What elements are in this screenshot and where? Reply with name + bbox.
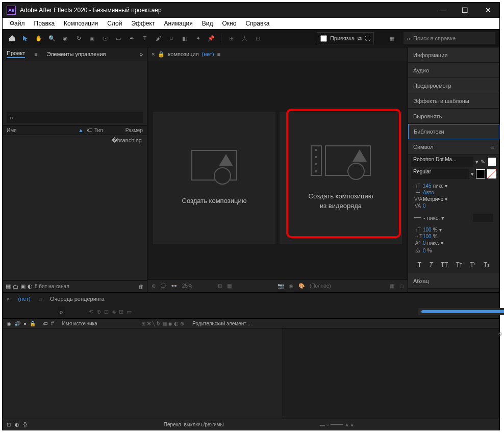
lock-icon[interactable]: 🔒 (30, 321, 36, 326)
hand-tool-icon[interactable]: ✋ (33, 33, 44, 44)
tag-icon[interactable]: 🏷 (87, 127, 92, 133)
label-icon[interactable]: 🏷 (43, 321, 48, 326)
rotate-tool-icon[interactable]: ↻ (73, 33, 84, 44)
lock-icon[interactable]: 🔒 (158, 51, 165, 58)
trash-icon[interactable]: 🗑 (138, 284, 144, 290)
project-list-empty[interactable] (3, 146, 147, 280)
menu-animation[interactable]: Анимация (160, 19, 196, 28)
bit-depth[interactable]: 8 бит на канал (35, 284, 69, 289)
tl-tool-icon[interactable]: ⊕ (96, 309, 101, 315)
timeline-layer-list[interactable] (3, 328, 283, 419)
font-size-value[interactable]: 145 (423, 183, 432, 189)
menu-help[interactable]: Справка (241, 19, 273, 28)
close-button[interactable]: ✕ (476, 3, 499, 18)
panel-effects[interactable]: Эффекты и шаблоны (408, 93, 499, 109)
menu-layer[interactable]: Слой (103, 19, 126, 28)
superscript[interactable]: T¹ (470, 261, 476, 268)
index-header[interactable]: # (51, 321, 54, 326)
axis-y-icon[interactable]: 人 (239, 33, 250, 44)
create-composition-card[interactable]: Создать композицию (153, 112, 275, 244)
close-tab-icon[interactable]: × (152, 51, 155, 57)
comp-tab-menu-icon[interactable]: ≡ (217, 51, 220, 57)
eye-icon[interactable]: ◉ (7, 321, 11, 326)
fill-color-swatch[interactable] (487, 157, 496, 166)
all-caps[interactable]: TT (441, 261, 448, 268)
switches-modes-toggle[interactable]: Перекл. выключ./режимы (164, 422, 224, 427)
pan-behind-tool-icon[interactable]: ⊡ (99, 33, 111, 44)
subscript[interactable]: T₁ (484, 261, 490, 268)
channel-icon[interactable]: ◉ (289, 283, 293, 289)
stroke-style-dropdown[interactable] (473, 214, 493, 222)
panel-align[interactable]: Выровнять (408, 109, 499, 124)
flowchart-icon[interactable]: �branching (3, 135, 147, 146)
hscale-value[interactable]: 100 (423, 234, 432, 239)
panel-paragraph[interactable]: Абзац (408, 273, 499, 289)
menu-effect[interactable]: Эффект (127, 19, 159, 28)
menu-edit[interactable]: Правка (30, 19, 59, 28)
minimize-button[interactable]: — (431, 3, 453, 18)
timeline-tab-none[interactable]: (нет) (18, 296, 30, 302)
snapshot-icon[interactable]: 📷 (278, 283, 284, 289)
audio-icon[interactable]: 🔊 (14, 321, 20, 326)
col-source-name[interactable]: Имя источника (62, 321, 97, 326)
chevron-down-icon[interactable]: ▾ (475, 159, 478, 165)
help-search[interactable]: ⌕ Поиск в справке (404, 32, 495, 44)
tl-tool-icon[interactable]: ▭ (127, 309, 132, 315)
chevron-down-icon[interactable]: ▾ (471, 171, 474, 177)
new-comp-icon[interactable]: ▣ (20, 283, 26, 290)
tl-tool-icon[interactable]: ◈ (112, 309, 116, 315)
timeline-navigator[interactable] (418, 308, 504, 315)
tl-tool-icon[interactable]: ⟲ (89, 309, 93, 315)
snap-magnet-icon[interactable]: ⧉ (358, 35, 362, 42)
faux-italic[interactable]: T (429, 261, 433, 268)
home-tool-icon[interactable] (7, 33, 18, 44)
col-type[interactable]: Тип (94, 127, 103, 133)
panel-preview[interactable]: Предпросмотр (408, 78, 499, 93)
zoom-value[interactable]: 25% (182, 283, 192, 289)
sort-indicator-icon[interactable]: ▲ (78, 127, 84, 133)
zoom-out-icon[interactable]: ▬ ○ ━━━━ ▲▲ (320, 422, 355, 427)
stroke-unit[interactable]: - пикс. ▾ (423, 215, 444, 221)
leading-value[interactable]: Авто (423, 190, 434, 195)
tracking-value[interactable]: 0 (423, 203, 426, 209)
panel-character-header[interactable]: Символ≡ (408, 139, 499, 155)
baseline-value[interactable]: 0 (423, 240, 426, 246)
no-stroke-swatch[interactable] (487, 169, 496, 178)
pen-tool-icon[interactable]: ✒ (126, 33, 137, 44)
tab-project[interactable]: Проект (7, 50, 25, 58)
magnify-icon[interactable]: ⊕ (152, 283, 156, 289)
close-tab-icon[interactable]: × (7, 296, 10, 302)
project-search[interactable]: ⌕ (7, 112, 143, 123)
vscale-value[interactable]: 100 (423, 227, 432, 233)
tab-effect-controls[interactable]: Элементы управления (47, 51, 106, 57)
folder-icon[interactable]: 🗀 (13, 284, 18, 290)
transparency-icon[interactable]: ▦ (390, 283, 394, 289)
display-icon[interactable]: 🖵 (161, 283, 166, 289)
guides-icon[interactable]: ▦ (227, 283, 232, 289)
snap-checkbox[interactable] (320, 35, 327, 42)
rect-tool-icon[interactable]: ▭ (113, 33, 124, 44)
create-from-footage-card[interactable]: Создать композицию из видеоряда (280, 112, 402, 244)
panel-menu-icon[interactable]: ≡ (491, 144, 494, 150)
orbit-tool-icon[interactable]: ◉ (60, 33, 71, 44)
graph-toggle-icon[interactable]: ⎋ (498, 330, 502, 337)
panel-libraries[interactable]: Библиотеки (408, 124, 499, 139)
toggle-icon[interactable]: ⊡ (7, 422, 11, 427)
timeline-tab-menu-icon[interactable]: ≡ (39, 296, 42, 302)
menu-window[interactable]: Окно (218, 19, 240, 28)
type-tool-icon[interactable]: T (139, 33, 150, 44)
interpret-icon[interactable]: ▦ (6, 283, 11, 290)
col-size[interactable]: Размер (125, 127, 143, 133)
tabs-overflow-icon[interactable]: » (140, 51, 143, 57)
grid-icon[interactable]: ⊞ (218, 283, 222, 289)
snap-options-icon[interactable]: ⛶ (365, 35, 370, 41)
colormgmt-icon[interactable]: 🎨 (298, 283, 305, 289)
panel-audio[interactable]: Аудио (408, 63, 499, 78)
adjust-icon[interactable]: ◐ (28, 283, 33, 290)
panel-info[interactable]: Информация (408, 47, 499, 63)
axis-x-icon[interactable]: ⊞ (225, 33, 237, 44)
tsume-value[interactable]: 0 (423, 248, 426, 253)
timeline-tab-render[interactable]: Очередь рендеринга (50, 296, 105, 302)
brush-tool-icon[interactable]: 🖌 (153, 33, 164, 44)
menu-file[interactable]: Файл (6, 19, 29, 28)
